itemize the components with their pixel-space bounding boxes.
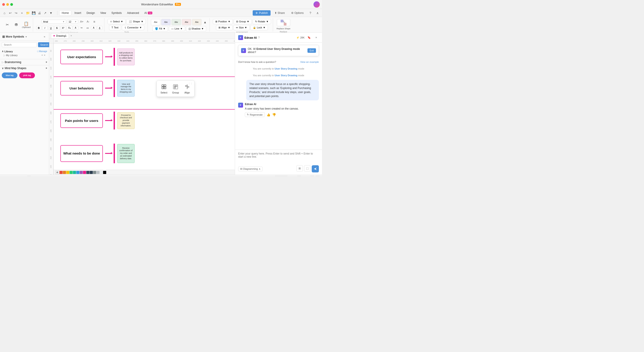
ai-mode-selector[interactable]: AI Diagramming ∧ [238, 166, 262, 171]
drag-handle[interactable]: ⋮⋮ [188, 82, 192, 85]
export-icon[interactable]: ↗ [42, 10, 48, 16]
layers-icon[interactable]: ⊟ [267, 175, 272, 176]
user-avatar[interactable] [314, 1, 320, 8]
drawing-tab[interactable]: Drawing1 [51, 33, 69, 38]
save-icon[interactable]: 💾 [31, 10, 36, 16]
style-item-4[interactable]: Abc [182, 19, 191, 25]
add-tab-button[interactable]: + [69, 34, 73, 38]
eraser-icon[interactable]: ⊘ [56, 171, 59, 174]
canvas-content[interactable]: User expectations Add products to a shop… [54, 44, 235, 175]
history-icon[interactable]: × [314, 35, 319, 40]
bold-button[interactable]: B [36, 26, 42, 30]
manage-link[interactable]: □ Manage [37, 50, 47, 52]
collapse-sidebar-icon[interactable]: « [42, 34, 47, 39]
color-white[interactable] [100, 171, 103, 174]
menu-advanced[interactable]: Advanced [125, 10, 141, 16]
redo-icon[interactable]: ↪ [14, 10, 19, 16]
color-blue[interactable] [76, 171, 80, 174]
rotate-button[interactable]: ↻ Rotate ▼ [253, 19, 271, 24]
underline-button[interactable]: U [48, 26, 54, 30]
color-yellow[interactable] [66, 171, 69, 174]
color-black[interactable] [103, 171, 106, 174]
view-example-link[interactable]: View an example [300, 60, 319, 63]
font-fill-btn[interactable]: A̲ [97, 26, 102, 30]
connector-tool-button[interactable]: ⤹ Connector ▼ [122, 25, 144, 30]
send-button[interactable] [312, 165, 319, 172]
my-library-add-icon[interactable]: + [41, 54, 43, 57]
styles-more-icon[interactable]: ▲ [202, 20, 208, 25]
play-icon[interactable]: ▶ [290, 175, 295, 176]
card-pain-1[interactable]: Proceed to checkout and provide payment … [117, 112, 134, 129]
highlight-btn[interactable]: A [91, 26, 96, 30]
color-darkblue[interactable] [86, 171, 90, 174]
style-item-3[interactable]: Abc [172, 19, 181, 25]
new-icon[interactable]: + [19, 10, 24, 16]
expand-button[interactable]: ⬚ [304, 165, 310, 172]
color-navy[interactable] [90, 171, 93, 174]
zoom-in-button[interactable]: + [310, 176, 314, 176]
label-pain-points[interactable]: Pain points for users [60, 114, 103, 128]
group-button[interactable]: ⊟ Group ▼ [234, 19, 252, 24]
brainstorming-section[interactable]: ▷ Brainstorming × [0, 59, 49, 65]
color-gray[interactable] [93, 171, 96, 174]
select-tool-button[interactable]: ⊹ Select ▼ [108, 19, 126, 24]
color-green[interactable] [70, 171, 73, 174]
menu-home[interactable]: Home [59, 10, 71, 16]
line-button[interactable]: — Line ▼ [169, 26, 185, 31]
style-item-1[interactable]: Abc [151, 19, 160, 25]
style-item-5[interactable]: Abc [192, 19, 202, 25]
label-user-behaviors[interactable]: User behaviors [60, 81, 103, 96]
card-expectations-1[interactable]: Add products to a shopping cart to colle… [117, 48, 134, 65]
share-button[interactable]: ⬆ Share [272, 10, 287, 16]
shape-preview-pink[interactable]: pink tag [19, 72, 35, 78]
ai-query-input[interactable] [238, 152, 319, 163]
publish-button[interactable]: ✈ Publish [253, 10, 270, 16]
italic-button[interactable]: I [42, 26, 48, 30]
thumbs-down-button[interactable]: 👎 [272, 113, 276, 116]
format-paste-button[interactable]: ⛃ [12, 22, 20, 28]
add-page-button[interactable]: + [27, 176, 31, 176]
regenerate-button[interactable]: ↻ Regenerate [245, 112, 265, 117]
replace-shape-icon[interactable] [277, 19, 290, 26]
maximize-button[interactable] [10, 3, 13, 6]
format-button[interactable]: ⊞ [296, 165, 303, 172]
menu-insert[interactable]: Insert [72, 10, 84, 16]
font-family-select[interactable]: Arial ▼ [42, 20, 66, 24]
menu-symbols[interactable]: Symbols [109, 10, 124, 16]
font-increase-icon[interactable]: A+ [79, 19, 84, 24]
font-decrease-icon[interactable]: A- [86, 19, 91, 24]
color-pink[interactable] [83, 171, 86, 174]
size-button[interactable]: ⇔ Size ▼ [234, 25, 249, 30]
font-color-btn[interactable]: A [73, 26, 78, 30]
position-button[interactable]: ⊞ Position ▼ [213, 19, 233, 24]
fill-button[interactable]: 🪣 Fill ▼ [152, 26, 168, 31]
help-icon[interactable]: ? [308, 10, 313, 16]
zoom-out-button[interactable]: − [297, 176, 302, 176]
strikethrough-button[interactable]: S [54, 26, 60, 30]
color-teal[interactable] [73, 171, 76, 174]
popup-group[interactable]: Group [172, 83, 179, 94]
my-library-close-icon[interactable]: × [44, 54, 46, 57]
search-button[interactable]: Search [38, 42, 50, 47]
bullet-icon[interactable]: •≡ [85, 25, 90, 31]
align-button[interactable]: ⊞ Align ▼ [216, 25, 232, 30]
shape-tool-button[interactable]: ⬜ Shape ▼ [126, 19, 146, 24]
popup-select[interactable]: Select [160, 83, 168, 94]
mind-map-close-icon[interactable]: × [46, 67, 47, 70]
print-icon[interactable]: 🖨 [37, 10, 42, 16]
style-item-2[interactable]: Abc [161, 19, 170, 25]
color-red[interactable] [60, 171, 62, 174]
label-user-expectations[interactable]: User expectations [60, 50, 103, 64]
color-purple[interactable] [80, 171, 83, 174]
open-icon[interactable]: 📁 [25, 10, 30, 16]
close-button[interactable] [2, 3, 5, 6]
focus-button[interactable]: ⊙ Focus [274, 176, 288, 176]
lock-button[interactable]: 🔒 Lock ▼ [250, 25, 268, 30]
color-orange[interactable] [63, 171, 66, 174]
cut-button[interactable]: ✂ [3, 22, 11, 28]
card-needed-1[interactable]: Receive confirmation of my order and an … [117, 144, 134, 163]
color-lightgray[interactable] [96, 171, 100, 174]
menu-ai[interactable]: AI hot [142, 10, 155, 16]
superscript-button[interactable]: X² [60, 26, 66, 30]
page-tab[interactable]: Page-1 ▼ [10, 176, 25, 176]
